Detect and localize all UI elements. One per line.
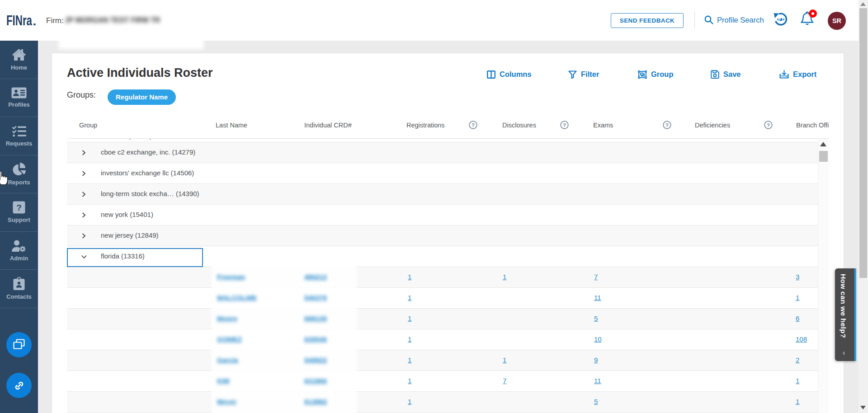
- chevron-right-icon[interactable]: [81, 233, 86, 239]
- group-row[interactable]: investors' exchange llc (14506): [67, 163, 818, 184]
- recently-viewed-button[interactable]: [773, 11, 788, 27]
- group-chip-regulator-name[interactable]: Regulator Name: [108, 89, 176, 105]
- avatar[interactable]: SR: [828, 12, 846, 30]
- branch-offices-link[interactable]: 1: [796, 294, 799, 301]
- table-scroll-thumb[interactable]: [819, 151, 828, 162]
- sidebar-item-label: Home: [11, 64, 27, 71]
- disclosures-link[interactable]: 7: [503, 377, 506, 385]
- registrations-link[interactable]: 1: [408, 273, 411, 281]
- help-circle-icon[interactable]: ?: [663, 121, 671, 129]
- mouse-cursor: [0, 170, 9, 186]
- crd-link-redacted[interactable]: 613882: [304, 398, 327, 405]
- exams-link[interactable]: 10: [594, 335, 602, 343]
- last-name-link-redacted[interactable]: Garcia: [217, 356, 238, 364]
- sidebar-item-requests[interactable]: Requests: [0, 117, 38, 155]
- toolbar-group-button[interactable]: Group: [638, 70, 674, 79]
- last-name-link-redacted[interactable]: Freeman: [217, 273, 245, 281]
- column-header-registrations[interactable]: Registrations: [406, 122, 445, 129]
- selected-cell-outline: [67, 248, 203, 267]
- registrations-link[interactable]: 1: [408, 398, 411, 405]
- column-header-exams[interactable]: Exams: [593, 122, 613, 129]
- column-header-branch-offices[interactable]: Branch Offices: [796, 122, 829, 129]
- crd-link-redacted[interactable]: 549922: [304, 356, 327, 364]
- registrations-link[interactable]: 1: [408, 335, 411, 343]
- toolbar-columns-button[interactable]: Columns: [487, 70, 532, 79]
- exams-link[interactable]: 5: [594, 314, 598, 322]
- disclosures-link[interactable]: 1: [503, 273, 506, 281]
- disclosures-link[interactable]: 1: [503, 356, 506, 364]
- exams-link[interactable]: 11: [594, 294, 601, 301]
- sidebar-item-profiles[interactable]: Profiles: [0, 79, 38, 117]
- chevron-right-icon[interactable]: [81, 150, 86, 155]
- sidebar-item-admin[interactable]: Admin: [0, 232, 38, 270]
- registrations-link[interactable]: 1: [408, 314, 411, 322]
- table-row-partial[interactable]: (14424): [67, 139, 818, 142]
- crd-link-redacted[interactable]: 698135: [304, 314, 327, 322]
- branch-offices-link[interactable]: 108: [796, 335, 807, 343]
- registrations-link[interactable]: 1: [408, 377, 411, 385]
- page-scrollbar[interactable]: [859, 0, 868, 413]
- table-scrollbar[interactable]: [818, 139, 829, 413]
- sidebar-item-home[interactable]: Home: [0, 41, 38, 79]
- help-circle-icon[interactable]: ?: [764, 121, 773, 129]
- last-name-link-redacted[interactable]: KIM: [217, 377, 230, 385]
- crd-link-redacted[interactable]: 639546: [304, 335, 327, 343]
- page-scroll-thumb[interactable]: [859, 8, 867, 278]
- send-feedback-button[interactable]: SEND FEEDBACK: [611, 13, 684, 28]
- column-header-last-name[interactable]: Last Name: [216, 122, 247, 129]
- chevron-right-icon[interactable]: [81, 212, 86, 218]
- person-row[interactable]: GOMEZ639546110108: [67, 329, 818, 350]
- person-row[interactable]: MALCOLMB5463761111: [67, 288, 818, 309]
- branch-offices-link[interactable]: 3: [796, 273, 799, 281]
- toolbar-export-button[interactable]: Export: [779, 70, 816, 79]
- sidebar: HomeProfilesRequestsReports?SupportAdmin…: [0, 41, 38, 413]
- column-header-individual-crd-[interactable]: Individual CRD#: [304, 122, 352, 129]
- sidebar-action-link-icon[interactable]: [6, 373, 32, 398]
- exams-link[interactable]: 5: [594, 398, 598, 405]
- group-row[interactable]: new jersey (12849): [67, 225, 818, 246]
- chevron-right-icon[interactable]: [81, 171, 86, 176]
- group-row[interactable]: long-term stock excha… (14390): [67, 184, 818, 205]
- branch-offices-link[interactable]: 1: [796, 398, 799, 405]
- exams-link[interactable]: 7: [594, 273, 598, 281]
- crd-link-redacted[interactable]: 546376: [304, 294, 327, 301]
- branch-offices-link[interactable]: 1: [796, 377, 799, 385]
- column-header-disclosures[interactable]: Disclosures: [502, 122, 536, 129]
- branch-offices-link[interactable]: 2: [796, 356, 799, 364]
- exams-link[interactable]: 9: [594, 356, 598, 364]
- person-row[interactable]: Garcia5499221192: [67, 350, 818, 371]
- person-row[interactable]: Meyer613882151: [67, 392, 818, 413]
- toolbar-filter-button[interactable]: Filter: [568, 70, 599, 79]
- help-widget-tab[interactable]: How can we help? ‹: [835, 268, 856, 361]
- person-row[interactable]: Freeman4862121173: [67, 267, 818, 288]
- branch-offices-link[interactable]: 6: [796, 314, 799, 322]
- person-row[interactable]: Moore698135156: [67, 309, 818, 329]
- page-scroll-up-arrow[interactable]: [860, 2, 866, 6]
- crd-link-redacted[interactable]: 486212: [304, 273, 327, 281]
- help-circle-icon[interactable]: ?: [560, 121, 569, 129]
- page-scroll-down-arrow[interactable]: [860, 406, 866, 409]
- person-row[interactable]: KIM63186617111: [67, 371, 818, 392]
- last-name-link-redacted[interactable]: GOMEZ: [217, 335, 242, 343]
- group-row[interactable]: cboe c2 exchange, inc. (14279): [67, 142, 818, 163]
- last-name-link-redacted[interactable]: MALCOLMB: [217, 294, 256, 301]
- column-header-group[interactable]: Group: [79, 122, 97, 129]
- sidebar-item-contacts[interactable]: Contacts: [0, 270, 38, 308]
- sidebar-action-windows-icon[interactable]: [6, 332, 32, 357]
- help-circle-icon[interactable]: ?: [469, 121, 477, 129]
- group-row[interactable]: new york (15401): [67, 205, 818, 225]
- chevron-right-icon[interactable]: [81, 192, 86, 197]
- exams-link[interactable]: 11: [594, 377, 601, 385]
- column-header-deficiencies[interactable]: Deficiencies: [695, 122, 730, 129]
- top-header: FINra Firm: JP MORGAN TEST FIRM TR SEND …: [0, 0, 859, 41]
- firm-name-redacted: JP MORGAN TEST FIRM TR: [65, 16, 160, 24]
- crd-link-redacted[interactable]: 631866: [304, 377, 327, 385]
- profile-search-button[interactable]: Profile Search: [704, 15, 764, 25]
- sidebar-item-support[interactable]: ?Support: [0, 193, 38, 232]
- last-name-link-redacted[interactable]: Moore: [217, 314, 237, 322]
- registrations-link[interactable]: 1: [408, 294, 411, 301]
- last-name-link-redacted[interactable]: Meyer: [217, 398, 236, 405]
- toolbar-save-button[interactable]: Save: [711, 70, 741, 79]
- registrations-link[interactable]: 1: [408, 356, 411, 364]
- table-scroll-up-arrow[interactable]: [820, 142, 826, 146]
